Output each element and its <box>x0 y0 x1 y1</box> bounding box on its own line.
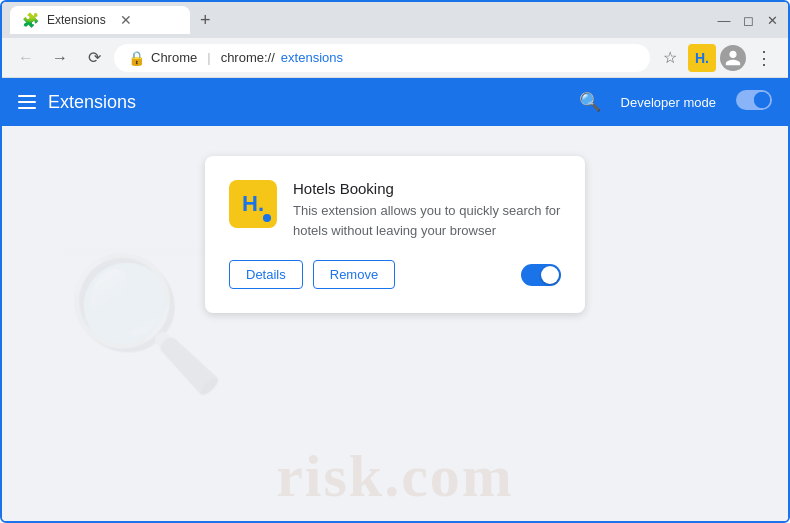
extension-info: Hotels Booking This extension allows you… <box>293 180 561 240</box>
tab-close-button[interactable]: ✕ <box>120 13 132 27</box>
browser-window: 🧩 Extensions ✕ + — ◻ ✕ ← → ⟳ 🔒 Chrome | … <box>0 0 790 523</box>
active-tab[interactable]: 🧩 Extensions ✕ <box>10 6 190 34</box>
address-bar: ← → ⟳ 🔒 Chrome | chrome://extensions ☆ H… <box>2 38 788 78</box>
reload-button[interactable]: ⟳ <box>80 44 108 72</box>
bg-magnifier-icon: 🔍 <box>65 248 227 400</box>
main-content: 🔍 risk.com H. Hotels Booking This extens… <box>2 126 788 521</box>
page-title: Extensions <box>48 92 136 113</box>
search-button[interactable]: 🔍 <box>579 91 601 113</box>
forward-button[interactable]: → <box>46 44 74 72</box>
remove-button[interactable]: Remove <box>313 260 395 289</box>
bookmark-button[interactable]: ☆ <box>656 44 684 72</box>
extensions-header: Extensions 🔍 Developer mode <box>2 78 788 126</box>
profile-avatar[interactable] <box>720 45 746 71</box>
hamburger-menu[interactable] <box>18 95 36 109</box>
developer-mode-label: Developer mode <box>621 95 716 110</box>
extension-card-footer: Details Remove <box>229 260 561 289</box>
extension-toolbar-icon[interactable]: H. <box>688 44 716 72</box>
address-prefix: Chrome <box>151 50 197 65</box>
secure-icon: 🔒 <box>128 50 145 66</box>
address-separator: | <box>207 50 210 65</box>
tab-favicon-icon: 🧩 <box>22 12 39 28</box>
address-scheme: chrome:// <box>221 50 275 65</box>
extension-logo-letter: H. <box>242 191 264 217</box>
watermark-text: risk.com <box>276 442 514 511</box>
maximize-button[interactable]: ◻ <box>740 12 756 28</box>
developer-mode-toggle[interactable] <box>736 90 772 114</box>
extension-card-header: H. Hotels Booking This extension allows … <box>229 180 561 240</box>
details-button[interactable]: Details <box>229 260 303 289</box>
menu-button[interactable]: ⋮ <box>750 44 778 72</box>
back-button[interactable]: ← <box>12 44 40 72</box>
close-button[interactable]: ✕ <box>764 12 780 28</box>
extension-enable-toggle[interactable] <box>521 264 561 286</box>
extension-card: H. Hotels Booking This extension allows … <box>205 156 585 313</box>
address-path: extensions <box>281 50 343 65</box>
extension-name: Hotels Booking <box>293 180 561 197</box>
address-input[interactable]: 🔒 Chrome | chrome://extensions <box>114 44 650 72</box>
minimize-button[interactable]: — <box>716 12 732 28</box>
window-controls: — ◻ ✕ <box>716 12 780 28</box>
title-bar: 🧩 Extensions ✕ + — ◻ ✕ <box>2 2 788 38</box>
extension-logo: H. <box>229 180 277 228</box>
extension-logo-dot <box>263 214 271 222</box>
tab-title: Extensions <box>47 13 106 27</box>
extension-description: This extension allows you to quickly sea… <box>293 201 561 240</box>
address-actions: ☆ H. ⋮ <box>656 44 778 72</box>
new-tab-button[interactable]: + <box>200 10 211 31</box>
